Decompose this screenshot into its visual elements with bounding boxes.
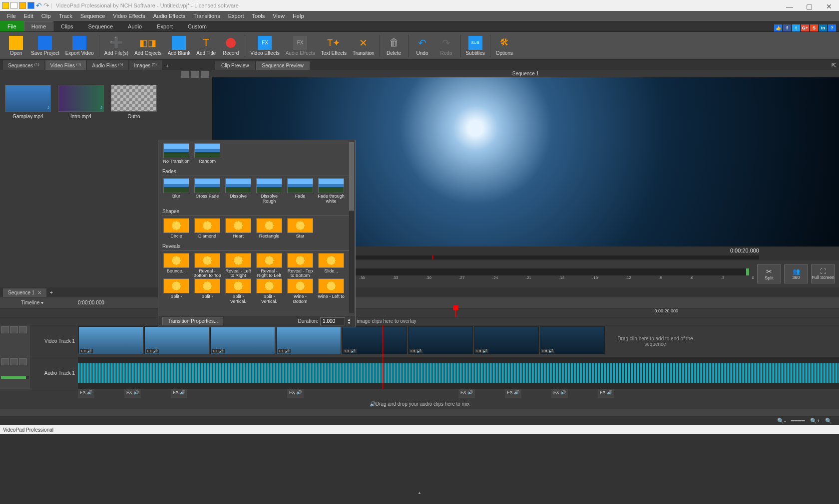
track-lock-icon[interactable] — [1, 326, 9, 333]
transition-item[interactable]: Dissolve Rough — [255, 178, 283, 204]
transition-item[interactable]: Star — [286, 218, 314, 239]
transition-item[interactable]: Wine - Left to — [317, 278, 345, 304]
zoom-slider[interactable]: ━━━━ — [791, 418, 805, 424]
overlay-track[interactable]: Drop your video, text and image clips he… — [0, 317, 839, 325]
transition-item[interactable]: Split - — [193, 278, 221, 304]
sequence-tab[interactable]: Sequence 1✕ — [3, 288, 46, 297]
transition-item[interactable]: Slide... — [317, 253, 345, 279]
video-clip[interactable]: FX 🔊 — [144, 326, 209, 354]
bin-tab-add[interactable]: + — [163, 62, 172, 70]
menu-help[interactable]: Help — [289, 12, 308, 20]
transition-item[interactable]: Split - Vertical. — [255, 278, 283, 304]
transition-item[interactable]: Heart — [224, 218, 252, 239]
bin-tab-images[interactable]: Images (5) — [129, 60, 162, 70]
bin-item[interactable]: ♪Gamplay.mp4 — [5, 85, 51, 119]
ribbon-tab-sequence[interactable]: Sequence — [81, 21, 121, 31]
menu-sequence[interactable]: Sequence — [76, 12, 109, 20]
audio-effects-button[interactable]: FXAudio Effects — [283, 35, 318, 57]
video-clip[interactable]: FX 🔊 — [78, 326, 143, 354]
subtitles-button[interactable]: SUBSubtitles — [463, 35, 488, 57]
delete-button[interactable]: 🗑Delete — [382, 35, 406, 57]
duration-stepper[interactable]: ▲▼ — [347, 318, 351, 325]
ribbon-tab-audio[interactable]: Audio — [120, 21, 149, 31]
zoom-out-icon[interactable]: 🔍- — [777, 418, 786, 424]
close-icon[interactable]: ✕ — [37, 290, 41, 295]
transition-item[interactable]: Bounce... — [162, 253, 190, 279]
timeline-mode-label[interactable]: Timeline — [21, 300, 39, 305]
facebook-icon[interactable]: f — [783, 24, 791, 31]
like-icon[interactable]: 👍 — [774, 24, 782, 31]
ribbon-tab-export[interactable]: Export — [149, 21, 180, 31]
menu-clip[interactable]: Clip — [37, 12, 55, 20]
track-mute-icon[interactable] — [10, 358, 18, 365]
list-view-icon[interactable] — [191, 71, 199, 78]
track-solo-icon[interactable] — [19, 326, 27, 333]
transition-item[interactable]: Split - — [162, 278, 190, 304]
transition-item[interactable]: Random — [193, 143, 221, 164]
add-objects-button[interactable]: ◧◨Add Objects — [131, 35, 164, 57]
delete-clip-icon[interactable] — [181, 71, 189, 78]
video-effects-button[interactable]: FXVideo Effects — [247, 35, 283, 57]
video-clip[interactable]: FX 🔊 — [474, 326, 539, 354]
export-video-button[interactable]: Export Video — [62, 35, 97, 57]
transition-item[interactable]: Circle — [162, 218, 190, 239]
transition-item[interactable]: Wine - Bottom — [286, 278, 314, 304]
menu-edit[interactable]: Edit — [20, 12, 37, 20]
bin-item[interactable]: ♪Intro.mp4 — [58, 85, 104, 119]
mix-track[interactable]: 🔊 Drag and drop your audio clips here to… — [0, 398, 839, 409]
linkedin-icon[interactable]: in — [819, 24, 827, 31]
track-mute-icon[interactable] — [10, 326, 18, 333]
add-files-button[interactable]: ➕Add File(s) — [101, 35, 131, 57]
video-clip[interactable]: FX 🔊 — [210, 326, 275, 354]
add-blank-button[interactable]: Add Blank — [165, 35, 194, 57]
ribbon-tab-home[interactable]: Home — [24, 21, 53, 31]
undo-button[interactable]: ↶Undo — [411, 35, 434, 57]
bin-item[interactable]: Outro — [111, 85, 157, 119]
menu-audio-effects[interactable]: Audio Effects — [149, 12, 190, 20]
menu-video-effects[interactable]: Video Effects — [109, 12, 149, 20]
transition-properties-button[interactable]: Transition Properties... — [162, 317, 223, 325]
drag-clip-hint[interactable]: Drag clip here to add to end of the sequ… — [605, 325, 705, 357]
save-project-button[interactable]: Save Project — [28, 35, 62, 57]
transition-item[interactable]: Fade through white — [317, 178, 345, 204]
menu-file[interactable]: File — [3, 12, 20, 20]
undo-icon[interactable]: ↶ — [36, 1, 42, 9]
transition-item[interactable]: Diamond — [193, 218, 221, 239]
detach-preview-icon[interactable]: ⇱ — [829, 61, 839, 70]
preview-tab-sequence[interactable]: Sequence Preview — [256, 61, 310, 70]
record-button[interactable]: Record — [219, 35, 243, 57]
transition-item[interactable]: Split - Vertical. — [224, 278, 252, 304]
transition-item[interactable]: Rectangle — [255, 218, 283, 239]
google-plus-icon[interactable]: G+ — [801, 24, 809, 31]
transition-item[interactable]: No Transition — [162, 143, 190, 164]
transition-item[interactable]: Dissolve — [224, 178, 252, 204]
close-button[interactable]: ✕ — [826, 2, 832, 8]
video-clip[interactable]: FX 🔊 — [408, 326, 473, 354]
video-clip[interactable]: FX 🔊 — [540, 326, 605, 354]
redo-button[interactable]: ↷Redo — [434, 35, 458, 57]
playhead[interactable] — [453, 305, 458, 310]
zoom-in-icon[interactable]: 🔍+ — [810, 418, 820, 424]
menu-track[interactable]: Track — [55, 12, 76, 20]
minimize-button[interactable]: — — [786, 2, 792, 8]
fullscreen-button[interactable]: ⛶Full Screen — [811, 264, 835, 283]
redo-icon[interactable]: ↷ — [43, 1, 49, 9]
save-icon[interactable] — [27, 2, 34, 9]
menu-export[interactable]: Export — [224, 12, 248, 20]
360-button[interactable]: 👥360 — [784, 264, 808, 283]
menu-view[interactable]: View — [269, 12, 289, 20]
transition-item[interactable]: Reveal - Right to Left — [255, 253, 283, 279]
transition-item[interactable]: Cross Fade — [193, 178, 221, 204]
menu-tools[interactable]: Tools — [248, 12, 269, 20]
expand-handle[interactable]: ▲ — [418, 491, 421, 495]
audio-waveform[interactable] — [78, 357, 839, 389]
transition-item[interactable]: Reveal - Top to Bottom — [286, 253, 314, 279]
duration-input[interactable] — [320, 317, 345, 325]
open-button[interactable]: Open — [4, 35, 28, 57]
zoom-fit-icon[interactable]: 🔍 — [825, 418, 832, 424]
add-sequence-button[interactable]: + — [46, 288, 55, 296]
new-icon[interactable] — [10, 2, 17, 9]
add-title-button[interactable]: TAdd Title — [193, 35, 219, 57]
help-icon[interactable]: ? — [828, 24, 836, 31]
timeline-scrollbar[interactable] — [0, 409, 839, 416]
